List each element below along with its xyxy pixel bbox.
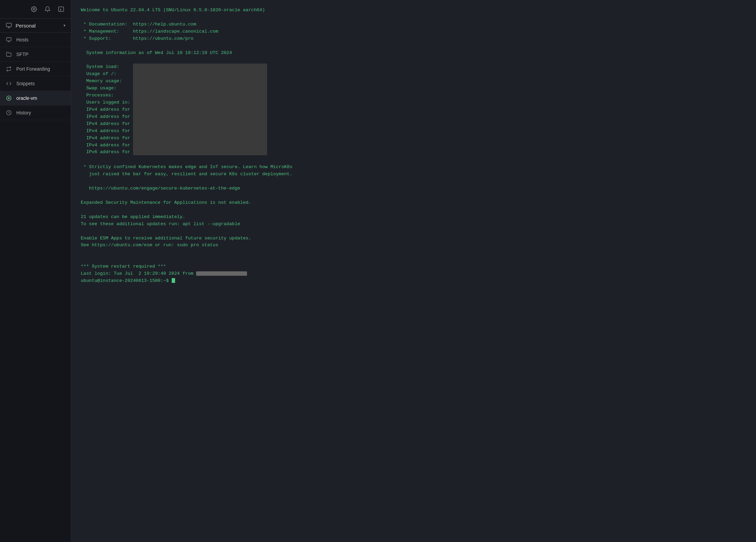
k8s-2: just raised the bar for easy, resilient …	[81, 171, 746, 178]
snippets-label: Snippets	[16, 81, 35, 86]
sidebar-item-oracle-vm[interactable]: oracle-vm	[0, 91, 71, 106]
bell-button[interactable]	[43, 5, 52, 14]
support-line: * Support: https://ubuntu.com/pro	[81, 35, 746, 42]
esm: Expanded Security Maintenance for Applic…	[81, 199, 746, 206]
blank-6	[81, 192, 746, 199]
svg-point-7	[6, 96, 11, 100]
blank-5	[81, 178, 746, 185]
oracle-vm-icon	[5, 95, 12, 102]
history-label: History	[16, 110, 31, 115]
blank-10	[81, 256, 746, 263]
blank-9	[81, 249, 746, 256]
blank-4	[81, 157, 746, 164]
personal-icon	[5, 22, 12, 29]
prompt-text: ubuntu@instance-20240613-1500:~$	[81, 278, 171, 283]
mgmt-line: * Management: https://landscape.canonica…	[81, 28, 746, 35]
port-forwarding-icon	[5, 66, 12, 72]
k8s-url: https://ubuntu.com/engage/secure-kuberne…	[81, 185, 746, 192]
sysinfo-block: System load: Usage of /: Memory usage: S…	[81, 64, 746, 156]
new-terminal-icon	[58, 6, 64, 12]
sftp-label: SFTP	[16, 52, 29, 57]
terminal-output[interactable]: Welcome to Ubuntu 22.04.4 LTS (GNU/Linux…	[71, 0, 756, 542]
sysinfo-line: System information as of Wed Jul 10 18:1…	[81, 50, 746, 57]
sidebar-item-hosts[interactable]: Hosts	[0, 33, 71, 47]
snippets-icon	[5, 80, 12, 87]
blank-8	[81, 228, 746, 235]
svg-point-8	[8, 97, 10, 99]
port-forwarding-label: Port Forwarding	[16, 66, 50, 72]
sidebar-item-port-forwarding[interactable]: Port Forwarding	[0, 62, 71, 76]
sidebar-item-snippets[interactable]: Snippets	[0, 76, 71, 91]
prompt-line: ubuntu@instance-20240613-1500:~$	[81, 277, 746, 285]
svg-rect-4	[6, 38, 11, 41]
bell-icon	[44, 6, 51, 12]
sidebar: Personal ▾ Hosts SFTP	[0, 0, 71, 542]
terminal-cursor	[172, 278, 175, 283]
gear-button[interactable]	[30, 5, 38, 14]
svg-point-0	[33, 8, 35, 10]
svg-rect-3	[6, 23, 12, 27]
last-login-line: Last login: Tue Jul 2 19:29:49 2024 from	[81, 270, 746, 277]
esm-apps-2: See https://ubuntu.com/esm or run: sudo …	[81, 242, 746, 249]
hosts-label: Hosts	[16, 37, 29, 42]
sftp-icon	[5, 51, 12, 58]
sysinfo-redacted-box	[133, 64, 267, 155]
ip-redacted	[196, 271, 247, 275]
blank-3	[81, 56, 746, 64]
doc-line: * Documentation: https://help.ubuntu.com	[81, 21, 746, 28]
terminal-new-button[interactable]	[57, 5, 65, 14]
main-content: Welcome to Ubuntu 22.04.4 LTS (GNU/Linux…	[71, 0, 756, 542]
personal-section[interactable]: Personal ▾	[0, 19, 71, 33]
restart: *** System restart required ***	[81, 263, 746, 270]
sidebar-item-sftp[interactable]: SFTP	[0, 47, 71, 62]
blank-1	[81, 14, 746, 21]
welcome-line: Welcome to Ubuntu 22.04.4 LTS (GNU/Linux…	[81, 7, 746, 14]
sidebar-item-history[interactable]: History	[0, 106, 71, 120]
caret-down-icon: ▾	[63, 23, 65, 28]
updates-1: 21 updates can be applied immediately.	[81, 214, 746, 221]
sysinfo-labels: System load: Usage of /: Memory usage: S…	[81, 64, 133, 156]
blank-2	[81, 42, 746, 50]
svg-rect-1	[59, 7, 64, 12]
updates-2: To see these additional updates run: apt…	[81, 221, 746, 228]
history-icon	[5, 109, 12, 116]
k8s-1: * Strictly confined Kubernetes makes edg…	[81, 164, 746, 171]
sidebar-top-bar	[0, 0, 71, 19]
esm-apps-1: Enable ESM Apps to receive additional fu…	[81, 235, 746, 242]
personal-label: Personal	[16, 23, 36, 29]
oracle-vm-label: oracle-vm	[16, 95, 37, 101]
gear-icon	[31, 6, 37, 12]
blank-7	[81, 206, 746, 214]
hosts-icon	[5, 36, 12, 43]
